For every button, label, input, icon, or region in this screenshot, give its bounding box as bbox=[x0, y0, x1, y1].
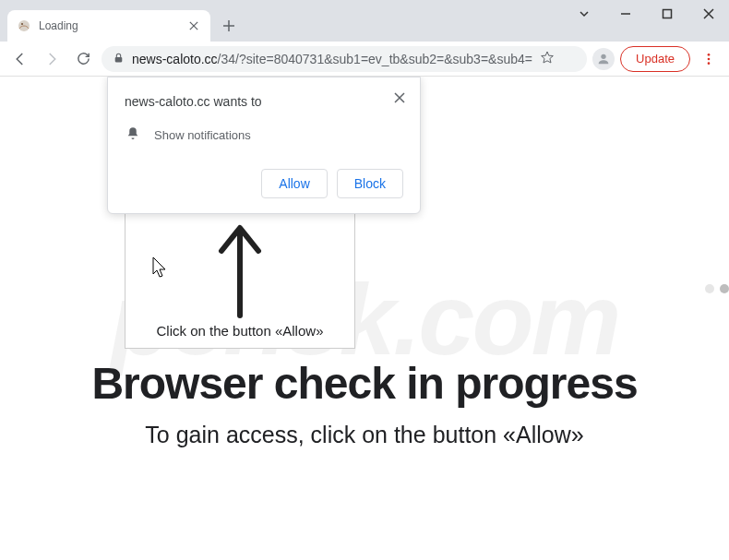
svg-point-7 bbox=[708, 62, 711, 65]
close-window-button[interactable] bbox=[687, 0, 729, 28]
cursor-icon bbox=[152, 256, 169, 282]
page-subhead: To gain access, click on the button «All… bbox=[0, 422, 729, 448]
back-button[interactable] bbox=[7, 46, 33, 72]
window-controls bbox=[563, 0, 729, 28]
svg-rect-3 bbox=[115, 56, 123, 61]
arrow-up-icon bbox=[212, 219, 268, 324]
svg-point-5 bbox=[708, 54, 711, 56]
new-tab-button[interactable] bbox=[216, 13, 242, 39]
svg-point-6 bbox=[708, 57, 711, 60]
carousel-dots bbox=[705, 284, 729, 293]
profile-avatar-icon[interactable] bbox=[592, 48, 615, 70]
page-headline: Browser check in progress bbox=[0, 358, 729, 409]
tab-title: Loading bbox=[39, 19, 186, 32]
dialog-close-icon[interactable] bbox=[388, 87, 411, 109]
lock-icon bbox=[113, 51, 125, 67]
svg-rect-2 bbox=[663, 10, 671, 18]
minimize-button[interactable] bbox=[604, 0, 646, 28]
svg-point-1 bbox=[21, 23, 23, 25]
block-button[interactable]: Block bbox=[337, 169, 403, 198]
notification-permission-dialog: news-caloto.cc wants to Show notificatio… bbox=[107, 77, 421, 214]
reload-button[interactable] bbox=[70, 46, 96, 72]
permission-item-label: Show notifications bbox=[154, 128, 251, 142]
dialog-title: news-caloto.cc wants to bbox=[125, 94, 403, 109]
tab-close-icon[interactable] bbox=[186, 18, 201, 33]
instruction-text: Click on the button «Allow» bbox=[157, 323, 324, 339]
maximize-button[interactable] bbox=[646, 0, 687, 28]
url-text: news-caloto.cc/34/?site=8040731&sub1=ev_… bbox=[132, 52, 532, 66]
carousel-dot[interactable] bbox=[720, 284, 729, 293]
tab-strip: Loading bbox=[0, 0, 729, 42]
browser-toolbar: news-caloto.cc/34/?site=8040731&sub1=ev_… bbox=[0, 42, 729, 77]
browser-tab[interactable]: Loading bbox=[7, 10, 210, 42]
address-bar[interactable]: news-caloto.cc/34/?site=8040731&sub1=ev_… bbox=[102, 46, 587, 72]
bookmark-star-icon[interactable] bbox=[540, 50, 555, 68]
svg-point-4 bbox=[601, 54, 605, 58]
forward-button bbox=[39, 46, 65, 72]
headline-block: Browser check in progress To gain access… bbox=[0, 358, 729, 448]
update-button[interactable]: Update bbox=[620, 46, 690, 72]
bell-icon bbox=[125, 125, 141, 145]
favicon-icon bbox=[17, 18, 31, 33]
permission-row: Show notifications bbox=[125, 125, 403, 145]
chevron-down-icon[interactable] bbox=[563, 0, 604, 28]
page-content: pcrisk.com Click on the button «Allow» B… bbox=[0, 77, 729, 560]
kebab-menu-icon[interactable] bbox=[696, 46, 722, 72]
carousel-dot[interactable] bbox=[705, 284, 714, 293]
allow-button[interactable]: Allow bbox=[261, 169, 327, 198]
